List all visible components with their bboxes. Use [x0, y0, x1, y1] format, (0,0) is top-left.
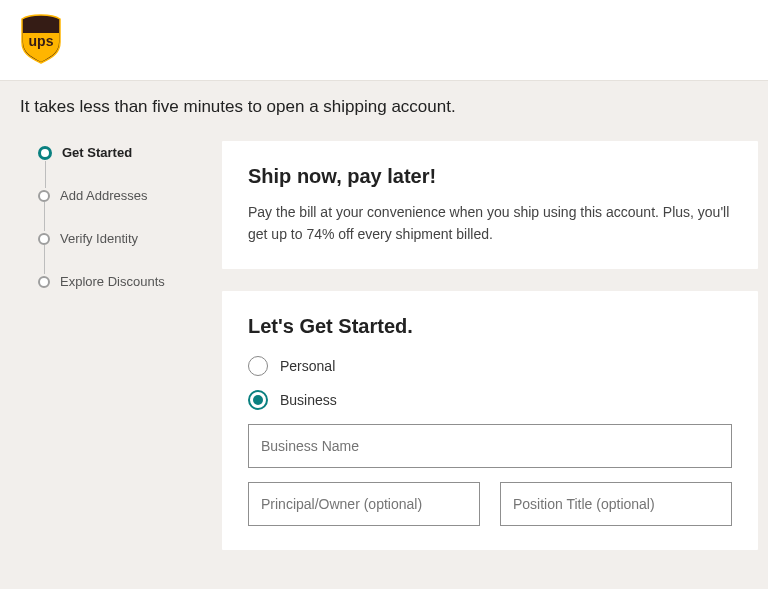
page-subtitle: It takes less than five minutes to open … — [20, 97, 748, 117]
principal-owner-input[interactable] — [248, 482, 480, 526]
radio-icon — [248, 356, 268, 376]
page-subheader: It takes less than five minutes to open … — [0, 81, 768, 117]
radio-icon — [248, 390, 268, 410]
step-label: Verify Identity — [60, 231, 138, 246]
radio-label: Business — [280, 392, 337, 408]
step-get-started[interactable]: Get Started — [38, 145, 198, 160]
step-circle-icon — [38, 233, 50, 245]
step-label: Explore Discounts — [60, 274, 165, 289]
business-name-input[interactable] — [248, 424, 732, 468]
step-explore-discounts[interactable]: Explore Discounts — [38, 274, 198, 289]
step-verify-identity[interactable]: Verify Identity — [38, 231, 198, 246]
form-card: Let's Get Started. Personal Business — [222, 291, 758, 550]
radio-business[interactable]: Business — [248, 390, 732, 410]
svg-text:ups: ups — [29, 33, 54, 49]
ups-logo-icon[interactable]: ups — [20, 14, 62, 68]
form-title: Let's Get Started. — [248, 315, 732, 338]
step-circle-icon — [38, 190, 50, 202]
promo-body: Pay the bill at your convenience when yo… — [248, 202, 732, 245]
progress-stepper: Get Started Add Addresses Verify Identit… — [38, 141, 198, 289]
app-header: ups — [0, 0, 768, 81]
step-label: Add Addresses — [60, 188, 147, 203]
radio-label: Personal — [280, 358, 335, 374]
position-title-input[interactable] — [500, 482, 732, 526]
promo-card: Ship now, pay later! Pay the bill at you… — [222, 141, 758, 269]
promo-title: Ship now, pay later! — [248, 165, 732, 188]
step-circle-icon — [38, 276, 50, 288]
step-circle-icon — [38, 146, 52, 160]
step-label: Get Started — [62, 145, 132, 160]
step-add-addresses[interactable]: Add Addresses — [38, 188, 198, 203]
radio-personal[interactable]: Personal — [248, 356, 732, 376]
